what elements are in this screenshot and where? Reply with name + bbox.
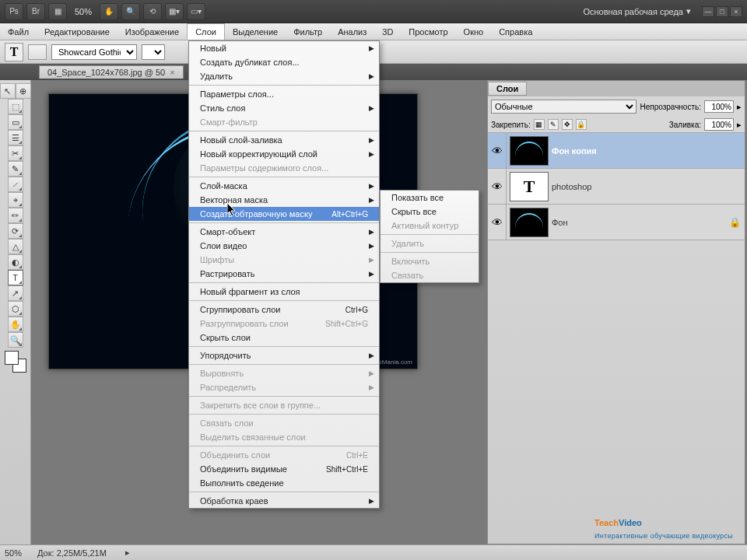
layer-thumbnail[interactable] (510, 136, 549, 166)
menu-entry[interactable]: Объединить видимыеShift+Ctrl+E (189, 462, 379, 476)
menu-entry[interactable]: Растрировать▶ (189, 267, 379, 281)
lock-pixels-icon[interactable]: ✎ (548, 119, 559, 130)
hand-tool-icon[interactable]: ✋ (100, 3, 118, 20)
menu-item-слои[interactable]: Слои (187, 23, 225, 40)
layers-tab[interactable]: Слои (488, 82, 527, 96)
layouts-icon[interactable]: ▦ (48, 3, 67, 20)
tool-3[interactable]: ✂ (8, 145, 23, 161)
tool-14[interactable]: ✋ (8, 317, 23, 332)
visibility-icon[interactable]: 👁 (488, 205, 507, 240)
menu-entry[interactable]: Новый корректирующий слой▶ (189, 147, 379, 161)
menu-entry[interactable]: Стиль слоя▶ (189, 101, 379, 115)
zoom-display[interactable]: 50% (75, 7, 92, 16)
screen-mode-icon[interactable]: ▭▾ (187, 3, 205, 20)
opacity-slider-icon[interactable]: ▸ (737, 102, 742, 112)
tool-5[interactable]: ⟋ (8, 177, 23, 192)
layer-thumbnail[interactable] (510, 208, 549, 237)
tool-1[interactable]: ▭ (8, 114, 23, 130)
layer-row[interactable]: 👁Фон🔒 (488, 205, 745, 240)
arrange-icon[interactable]: ▦▾ (165, 3, 184, 20)
menu-item-фильтр[interactable]: Фильтр (286, 23, 330, 40)
layer-row[interactable]: 👁Tphotoshop (488, 169, 745, 205)
menu-entry[interactable]: Показать все (381, 191, 479, 205)
zoom-tool-icon[interactable]: 🔍 (121, 3, 140, 20)
menu-entry[interactable]: Создать дубликат слоя... (189, 55, 379, 69)
menu-entry[interactable]: Слой-маска▶ (189, 179, 379, 193)
menu-item-редактирование[interactable]: Редактирование (37, 23, 117, 40)
fill-slider-icon[interactable]: ▸ (737, 120, 742, 130)
tool-8[interactable]: ⟳ (8, 223, 23, 239)
menu-item-выделение[interactable]: Выделение (225, 23, 286, 40)
menu-entry[interactable]: Выполнить сведение (189, 476, 379, 490)
tool-11[interactable]: T (8, 270, 23, 285)
menu-item-справка[interactable]: Справка (491, 23, 540, 40)
menu-entry[interactable]: Новый▶ (189, 41, 379, 55)
fill-input[interactable] (704, 118, 734, 131)
lock-transparency-icon[interactable]: ▦ (534, 119, 545, 130)
orientation-button[interactable] (28, 44, 47, 60)
vector-mask-submenu: Показать всеСкрыть всеАктивный контурУда… (380, 190, 479, 283)
layer-name[interactable]: Фон (552, 218, 729, 227)
menu-entry[interactable]: Скрыть слои (189, 331, 379, 345)
tool-2[interactable]: ☰ (8, 130, 23, 145)
move-tool[interactable]: ↖ (0, 83, 16, 99)
layer-thumbnail[interactable]: T (510, 172, 549, 201)
maximize-button[interactable]: □ (716, 6, 728, 17)
menu-entry[interactable]: Слои видео▶ (189, 239, 379, 253)
lock-position-icon[interactable]: ✥ (562, 119, 573, 130)
3d-tool[interactable]: ⊕ (16, 83, 31, 99)
menu-item-окно[interactable]: Окно (456, 23, 492, 40)
layer-row[interactable]: 👁Фон копия (488, 133, 745, 169)
menu-entry[interactable]: Параметры слоя... (189, 87, 379, 101)
blend-mode-select[interactable]: Обычные (491, 100, 637, 114)
tools-palette: ↖⊕⬚▭☰✂✎⟋⌖✏⟳△◐T↗⬡✋🔍 (0, 80, 31, 544)
font-style-select[interactable]: Regu (142, 44, 165, 60)
tool-13[interactable]: ⬡ (8, 301, 23, 317)
status-arrow-icon[interactable]: ▸ (125, 548, 130, 558)
font-family-select[interactable]: Showcard Gothic (51, 44, 137, 60)
menu-item-анализ[interactable]: Анализ (330, 23, 374, 40)
menu-item-файл[interactable]: Файл (0, 23, 37, 40)
tab-close-icon[interactable]: × (170, 68, 174, 77)
close-button[interactable]: × (730, 6, 742, 17)
layer-list: 👁Фон копия👁Tphotoshop👁Фон🔒 (488, 133, 745, 240)
tool-7[interactable]: ✏ (8, 208, 23, 223)
submenu-arrow-icon: ▶ (369, 196, 374, 204)
rotate-icon[interactable]: ⟲ (143, 3, 162, 20)
tool-12[interactable]: ↗ (8, 285, 23, 301)
color-swatches[interactable] (5, 351, 26, 373)
menu-entry[interactable]: Сгруппировать слоиCtrl+G (189, 303, 379, 317)
menu-entry[interactable]: Создать обтравочную маскуAlt+Ctrl+G (189, 207, 379, 221)
bridge-icon[interactable]: Br (26, 3, 45, 20)
tool-15[interactable]: 🔍 (8, 332, 23, 348)
menu-entry[interactable]: Векторная маска▶ (189, 193, 379, 207)
menu-entry[interactable]: Удалить▶ (189, 69, 379, 83)
document-tab[interactable]: 04_Space_1024x768.jpg @ 50× (39, 65, 184, 79)
tool-0[interactable]: ⬚ (8, 99, 23, 114)
layer-name[interactable]: Фон копия (552, 146, 745, 156)
tool-10[interactable]: ◐ (8, 254, 23, 270)
menu-item-просмотр[interactable]: Просмотр (401, 23, 455, 40)
visibility-icon[interactable]: 👁 (488, 169, 507, 204)
app-toolbar: Ps Br ▦ 50% ✋ 🔍 ⟲ ▦▾ ▭▾ Основная рабочая… (0, 0, 747, 23)
visibility-icon[interactable]: 👁 (488, 133, 507, 168)
lock-all-icon[interactable]: 🔒 (576, 119, 587, 130)
menu-entry[interactable]: Смарт-объект▶ (189, 225, 379, 239)
tool-9[interactable]: △ (8, 239, 23, 254)
workspace-switcher[interactable]: Основная рабочая среда▾ (583, 6, 691, 16)
opacity-input[interactable] (704, 100, 734, 113)
layer-name[interactable]: photoshop (552, 182, 745, 191)
status-zoom[interactable]: 50% (5, 548, 22, 558)
menu-item-изображение[interactable]: Изображение (117, 23, 187, 40)
tool-4[interactable]: ✎ (8, 161, 23, 177)
menu-entry[interactable]: Новый фрагмент из слоя (189, 285, 379, 299)
ps-icon[interactable]: Ps (5, 3, 23, 20)
menu-entry[interactable]: Новый слой-заливка▶ (189, 133, 379, 147)
menu-item-3d[interactable]: 3D (374, 23, 401, 40)
submenu-arrow-icon: ▶ (369, 352, 374, 359)
menu-entry[interactable]: Скрыть все (381, 205, 479, 219)
tool-6[interactable]: ⌖ (8, 192, 23, 208)
minimize-button[interactable]: — (702, 6, 714, 17)
menu-entry[interactable]: Упорядочить▶ (189, 348, 379, 362)
menu-entry[interactable]: Обработка краев▶ (189, 494, 379, 508)
